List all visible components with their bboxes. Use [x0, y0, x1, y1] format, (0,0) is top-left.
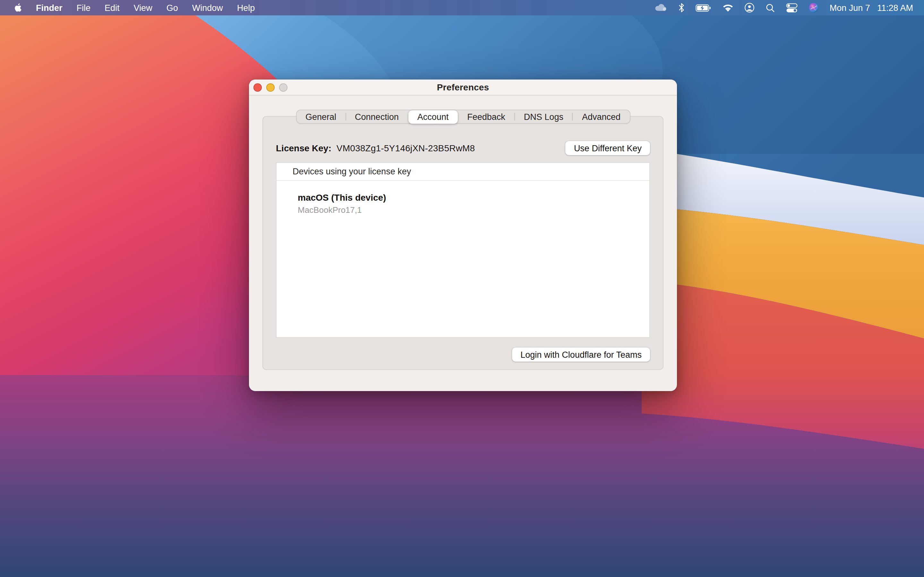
- devices-list: Devices using your license key macOS (Th…: [276, 162, 650, 338]
- desktop: Finder File Edit View Go Window Help: [0, 0, 924, 577]
- menu-bar-left: Finder File Edit View Go Window Help: [0, 3, 255, 13]
- tab-advanced[interactable]: Advanced: [573, 110, 630, 123]
- device-model: MacBookPro17,1: [298, 205, 649, 215]
- zoom-button-disabled[interactable]: [279, 84, 287, 92]
- battery-charging-icon[interactable]: [696, 0, 712, 15]
- menu-item-edit[interactable]: Edit: [105, 3, 120, 13]
- menu-item-help[interactable]: Help: [237, 3, 255, 13]
- menu-bar-clock[interactable]: Mon Jun 7 11:28 AM: [830, 3, 913, 13]
- tab-dns-logs[interactable]: DNS Logs: [515, 110, 572, 123]
- minimize-button[interactable]: [266, 84, 274, 92]
- device-name: macOS (This device): [298, 192, 649, 203]
- devices-list-header: Devices using your license key: [276, 163, 649, 181]
- siri-icon[interactable]: [809, 0, 819, 15]
- menu-item-window[interactable]: Window: [192, 3, 223, 13]
- wifi-icon[interactable]: [722, 0, 733, 15]
- use-different-key-button[interactable]: Use Different Key: [565, 141, 650, 155]
- tab-connection[interactable]: Connection: [346, 110, 408, 123]
- apple-menu[interactable]: [13, 3, 22, 13]
- window-titlebar[interactable]: Preferences: [249, 79, 677, 95]
- menu-item-finder[interactable]: Finder: [36, 3, 63, 13]
- tab-content-panel: General Connection Account Feedback DNS …: [262, 116, 664, 370]
- tab-general[interactable]: General: [296, 110, 345, 123]
- login-row: Login with Cloudflare for Teams: [512, 348, 650, 362]
- menu-bar: Finder File Edit View Go Window Help: [0, 0, 924, 15]
- device-list-item[interactable]: macOS (This device) MacBookPro17,1: [276, 181, 649, 215]
- preferences-window: Preferences General Connection Account F…: [249, 79, 677, 391]
- bluetooth-icon[interactable]: [678, 0, 685, 15]
- control-center-icon[interactable]: [786, 0, 798, 15]
- menu-item-go[interactable]: Go: [166, 3, 178, 13]
- menu-bar-time: 11:28 AM: [877, 3, 913, 13]
- menu-item-view[interactable]: View: [134, 3, 152, 13]
- cloudflare-icon[interactable]: [654, 0, 667, 15]
- menu-item-file[interactable]: File: [77, 3, 91, 13]
- spotlight-icon[interactable]: [766, 0, 775, 15]
- tab-bar: General Connection Account Feedback DNS …: [296, 110, 630, 124]
- close-button[interactable]: [254, 84, 262, 92]
- window-title: Preferences: [437, 82, 489, 92]
- license-key-value: VM038Zg1-5Y146jXN-23B5RwM8: [336, 143, 475, 153]
- tab-feedback[interactable]: Feedback: [458, 110, 514, 123]
- tab-account[interactable]: Account: [409, 110, 458, 123]
- license-key-row: License Key: VM038Zg1-5Y146jXN-23B5RwM8 …: [276, 141, 650, 155]
- menu-bar-date: Mon Jun 7: [830, 3, 870, 13]
- menu-bar-status: Mon Jun 7 11:28 AM: [654, 0, 924, 15]
- user-switching-icon[interactable]: [744, 0, 754, 15]
- apple-logo-icon: [13, 3, 22, 13]
- traffic-lights: [254, 79, 287, 95]
- license-key-label: License Key:: [276, 143, 331, 153]
- login-cloudflare-teams-button[interactable]: Login with Cloudflare for Teams: [512, 348, 650, 362]
